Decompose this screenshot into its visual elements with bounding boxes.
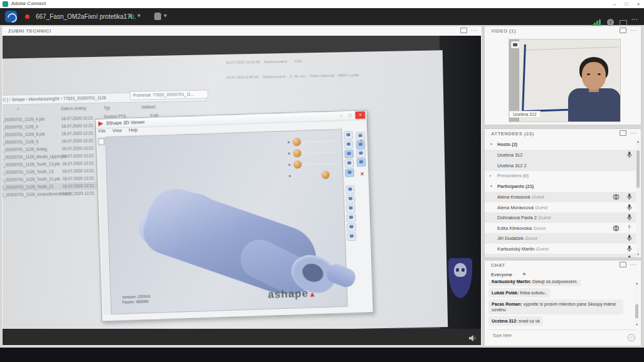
window-close-button[interactable]: × [633,0,644,8]
mic-icon[interactable] [626,214,632,222]
share-volume-icon[interactable] [468,334,477,342]
attendees-scrollbar[interactable]: ▲ ▼ [636,139,640,257]
attendee-row[interactable]: Ucebna 312 [485,150,637,160]
3shape-logo-icon [98,121,103,126]
mic-icon[interactable] [626,245,632,254]
video-pod-fullscreen-icon[interactable] [620,28,626,33]
layer-delete-icon[interactable]: × [361,170,364,177]
video-pod-menu-icon[interactable]: ··· [630,28,637,33]
scrollbar-thumb[interactable] [636,150,640,188]
participant-torso [568,88,621,122]
column-sort-indicator[interactable]: ^ [17,107,19,111]
viewer-tool-icon[interactable] [346,195,355,203]
attendees-pod-fullscreen-icon[interactable] [620,130,626,136]
chat-message: Ucebna 312: snad uz ok [488,316,543,326]
chat-add-tab-icon[interactable]: + [522,271,526,277]
share-pod-menu-icon[interactable]: ··· [471,28,478,33]
viewer-3d-canvas[interactable]: × × × × Vertices: 232619 Facets: 465266 … [105,129,347,314]
chat-scrollbar[interactable]: ▲ ▼ [635,282,639,326]
mic-icon[interactable] [626,234,632,243]
viewer-tool-icon[interactable] [356,141,365,149]
photo-bottom-edge [3,329,481,345]
camera-overlay-icon[interactable] [511,41,519,48]
whiteboard-line [522,44,526,112]
viewer-tool-icon[interactable] [347,214,356,222]
viewer-tool-icon[interactable] [344,150,353,158]
adobe-connect-logo-icon[interactable] [5,11,17,23]
attendees-pod-menu-icon[interactable]: ··· [630,130,637,136]
raise-hand-icon[interactable] [154,13,161,20]
viewer-tool-icon[interactable] [356,132,364,140]
column-date-header[interactable]: Datum změny [61,106,86,111]
layer-sphere-icon[interactable] [293,149,301,157]
menu-view[interactable]: View [112,128,122,132]
mic-icon[interactable] [626,193,632,202]
chat-tab-everyone[interactable]: Everyone [491,272,512,277]
viewer-tool-icon[interactable] [347,223,356,231]
globe-icon [613,194,620,202]
webcam-video-frame[interactable] [509,39,621,122]
menu-help[interactable]: Help [129,128,138,132]
layer-sphere-icon[interactable] [293,138,301,146]
layer-sphere-icon[interactable] [293,160,302,168]
recording-indicator-icon [25,14,29,19]
speaker-icon[interactable] [128,13,135,20]
chat-pod-menu-icon[interactable]: ··· [630,262,637,267]
viewer-close-button[interactable]: × [355,111,365,120]
viewer-tool-icon[interactable] [356,150,365,158]
mic-icon[interactable] [626,255,632,258]
viewer-tool-icon[interactable] [98,138,104,145]
presenters-section-header[interactable]: ▸Presenters (0) [485,171,637,181]
attendee-row[interactable]: Hlavsova petra Guest [485,254,637,258]
chat-pod-title: CHAT [491,262,505,268]
viewer-tool-icon[interactable] [347,232,356,240]
attendee-row[interactable]: Jiří Dudáček Guest [485,233,637,244]
mic-icon[interactable] [626,151,632,160]
attendee-row[interactable]: Dohnalová Pavla 2 Guest [485,212,637,223]
window-maximize-button[interactable]: □ [621,0,632,8]
layer-sphere-icon[interactable] [321,171,329,179]
attendee-row[interactable]: Ucebna 312 2 [485,160,637,171]
viewer-tool-icon[interactable] [344,140,353,148]
explorer-search-input[interactable]: Prohledat: 77833_20200701_11... [130,90,208,100]
chat-pod-header: CHAT ··· [485,261,641,270]
mic-muted-icon[interactable] [626,224,632,233]
hand-dropdown-chevron[interactable]: ▾ [164,12,167,19]
file-row[interactable]: 3_20200701_1126_UnsectionedModel...16.07… [3,190,100,199]
hosts-section-header[interactable]: ▼Hosts (2) [485,140,637,150]
share-pod-fullscreen-icon[interactable] [460,28,467,33]
attendee-row[interactable]: Karbusický Martin Guest [485,244,637,254]
mic-icon[interactable] [626,204,632,212]
os-titlebar: Adobe Connect – □ × [0,0,644,9]
attendee-row[interactable]: Alena Moravcová Guest [485,202,637,213]
viewer-tool-icon[interactable] [345,159,354,167]
share-pod-header: ZUBNI TECHNICI ··· [2,26,482,36]
viewer-tool-icon[interactable] [357,158,366,167]
viewer-tool-icon[interactable] [344,131,352,139]
model-statistics: Vertices: 232619 Facets: 465266 [122,294,150,304]
attendees-pod: ATTENDEES (23) ··· ▼Hosts (2) Ucebna 312… [484,128,641,258]
speaker-dropdown-chevron[interactable]: ▾ [137,12,140,19]
meeting-title: 667_Fasn_OM2aFixní protetika17... [36,13,136,20]
toolbar-menu-icon[interactable]: ··· [631,16,638,23]
viewer-maximize-button[interactable]: □ [346,111,354,119]
menu-file[interactable]: File [98,128,106,133]
viewer-tool-icon[interactable] [345,168,354,177]
scrollbar-thumb[interactable] [635,304,638,318]
attendee-row[interactable]: Alena Krassová Guest [485,192,637,202]
column-size-header[interactable]: Velikost [141,105,156,109]
attendee-row[interactable]: Edita Klinkovská Guest [485,223,637,234]
help-info-icon[interactable]: ! [607,19,614,26]
whiteboard-line [525,46,619,50]
emoji-icon[interactable]: ☺ [628,334,635,341]
chat-message-list[interactable]: Karbusický Martin: Dekuji za zodpovezeni… [488,280,631,326]
video-pod-header: VIDEO (1) ··· [485,26,641,36]
viewer-minimize-button[interactable]: – [336,112,345,120]
column-type-header[interactable]: Typ [103,105,110,110]
participants-section-header[interactable]: ▼Participants (21) [485,182,637,192]
viewer-tool-icon[interactable] [346,185,354,194]
chat-input[interactable] [491,333,616,338]
window-minimize-button[interactable]: – [609,0,620,8]
chat-pod-fullscreen-icon[interactable] [620,262,626,267]
viewer-tool-icon[interactable] [346,204,355,212]
